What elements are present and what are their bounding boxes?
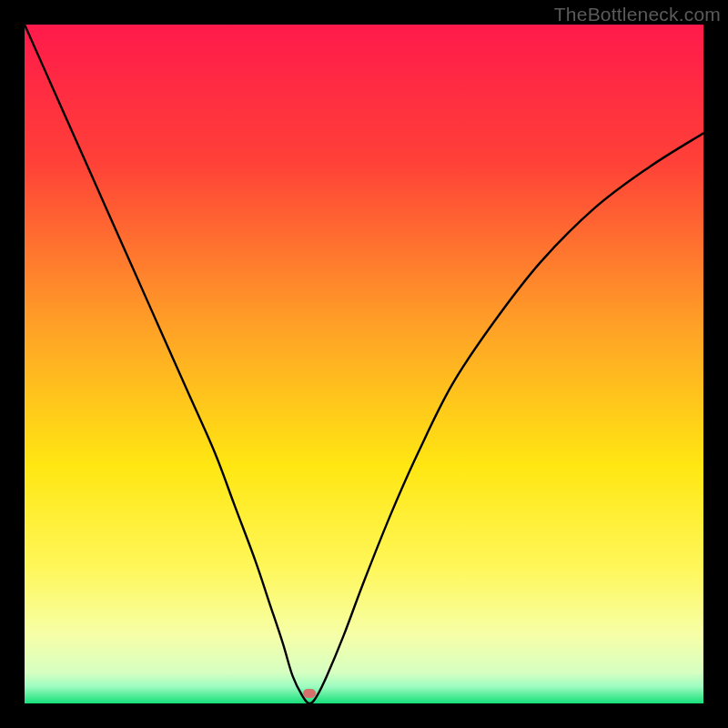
gradient-background — [25, 25, 703, 703]
chart-frame — [25, 25, 703, 703]
optimal-point-marker — [303, 689, 316, 698]
bottleneck-chart — [25, 25, 703, 703]
watermark-text: TheBottleneck.com — [554, 4, 721, 25]
